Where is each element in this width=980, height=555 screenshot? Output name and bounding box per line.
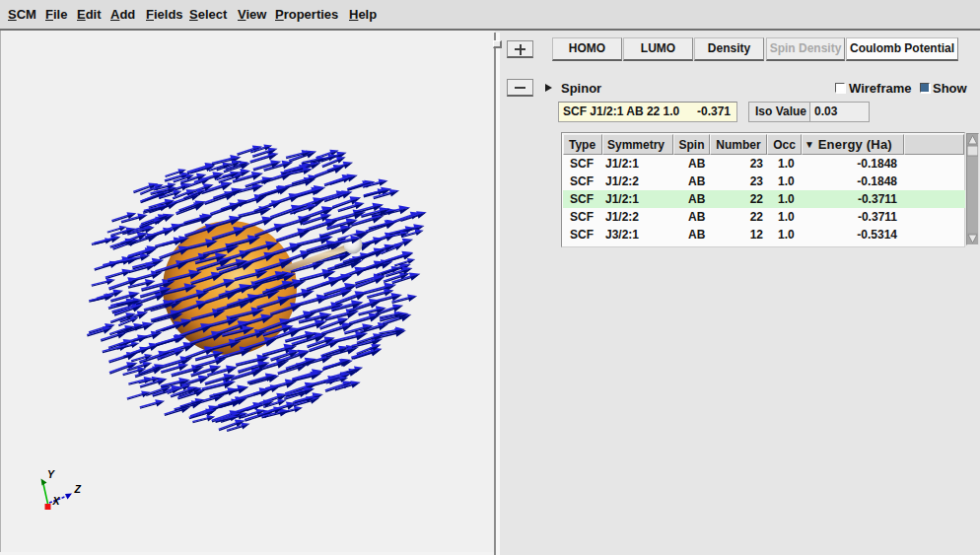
svg-text:Y: Y xyxy=(47,468,55,480)
svg-text:X: X xyxy=(52,495,61,507)
svg-text:Z: Z xyxy=(74,483,82,495)
